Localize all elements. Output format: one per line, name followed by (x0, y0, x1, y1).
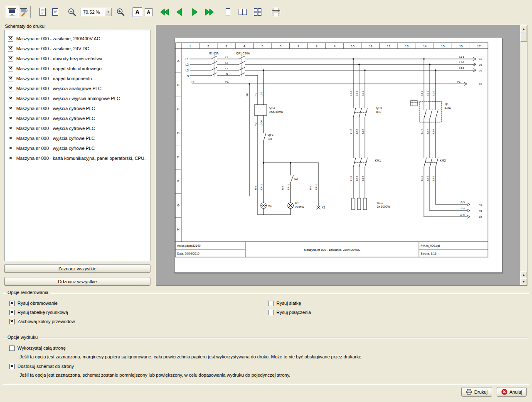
checkbox[interactable] (8, 156, 13, 161)
svg-text:L3-1: L3-1 (260, 92, 263, 96)
svg-text:QF1 C20A: QF1 C20A (236, 52, 250, 55)
option-row[interactable]: Dostosuj schemat do strony (9, 362, 520, 371)
checkbox[interactable] (8, 56, 13, 61)
scroll-thumb[interactable] (520, 32, 527, 42)
zoom-level-select[interactable]: 70.52 % ▼ (81, 8, 112, 16)
zoom-out-button[interactable] (66, 6, 78, 18)
svg-text:L2-5: L2-5 (426, 176, 429, 181)
checkbox-label: Zachowaj kolory przewodów (17, 319, 75, 324)
preview-scrollbar[interactable]: ▲ ▲ ▼ (520, 25, 527, 285)
checkbox[interactable] (8, 106, 13, 111)
print-toolbar-button[interactable] (270, 6, 282, 18)
cancel-button-label: Anuluj (510, 390, 522, 395)
four-page-view-button[interactable] (251, 6, 264, 18)
print-button[interactable]: Drukuj (461, 387, 492, 397)
zoom-in-button[interactable] (114, 6, 127, 18)
page-setup-button[interactable] (37, 6, 49, 18)
fit-width-button[interactable]: A (145, 8, 153, 16)
first-page-icon (159, 7, 170, 17)
checkbox[interactable] (8, 126, 13, 131)
schematic-drawing: 1234567891011121314151617 ABCDEFGH (175, 38, 503, 273)
print-options-button[interactable] (18, 6, 31, 18)
schematic-list-item[interactable]: Maszyna nr 000 - zasilanie, 24V DC (5, 44, 150, 54)
schematic-list-item[interactable]: Maszyna nr 000 - wejścia / wyjścia analo… (5, 93, 150, 103)
option-row[interactable]: Wykorzystaj całą stronę (9, 343, 520, 353)
render-options-groupline (3, 293, 529, 294)
checkbox[interactable] (268, 310, 273, 315)
option-row[interactable]: Rysuj obramowanie (9, 299, 75, 308)
scroll-up-button[interactable]: ▲ (520, 25, 527, 32)
svg-text:L2-5: L2-5 (460, 207, 465, 210)
svg-text:C: C (177, 107, 180, 111)
option-row[interactable]: Rysuj połączenia (268, 308, 311, 317)
last-page-button[interactable] (203, 6, 216, 18)
checkbox[interactable] (8, 76, 13, 81)
first-page-button[interactable] (158, 6, 171, 18)
checkbox-label: Maszyna nr 000 - karta komunikacyjna, pa… (16, 156, 145, 161)
deselect-all-button[interactable]: Odznacz wszystkie (4, 277, 150, 286)
schematic-list-item[interactable]: Maszyna nr 000 - obwody bezpieczeństwa. (5, 54, 150, 64)
checkbox[interactable] (8, 96, 13, 101)
svg-text:4-6A: 4-6A (445, 107, 451, 110)
checkbox[interactable] (9, 346, 15, 351)
display-preview-button[interactable] (6, 6, 18, 18)
checkbox[interactable] (268, 301, 273, 306)
checkbox[interactable] (9, 301, 15, 306)
schematic-list-item[interactable]: Maszyna nr 000 - wejścia cyfrowe PLC (5, 103, 150, 113)
schematic-list-item[interactable]: Maszyna nr 000 - zasilanie, 230/400V AC (5, 34, 150, 44)
checkbox[interactable] (9, 319, 15, 324)
checkbox-label: Rysuj obramowanie (17, 301, 58, 306)
schematic-list-item[interactable]: Maszyna nr 000 - wyjścia cyfrowe PLC (5, 143, 150, 153)
fit-page-button[interactable]: A (133, 7, 142, 17)
previous-page-button[interactable] (173, 6, 186, 18)
schematic-list-item[interactable]: Maszyna nr 000 - karta komunikacyjna, pa… (5, 153, 150, 163)
checkbox[interactable] (9, 310, 15, 315)
one-page-view-button[interactable] (222, 6, 234, 18)
cancel-button[interactable]: Anuluj (497, 387, 527, 397)
page-preview-button[interactable] (49, 6, 62, 18)
svg-text:L2-4: L2-4 (426, 129, 429, 134)
checkbox[interactable] (8, 86, 13, 91)
svg-text:PE: PE (246, 93, 249, 96)
next-page-icon (190, 7, 200, 17)
select-all-button[interactable]: Zaznacz wszystkie (4, 264, 150, 273)
checkbox[interactable] (9, 364, 15, 369)
svg-text:L2: L2 (185, 63, 189, 66)
schematic-list-item[interactable]: Maszyna nr 000 - wejścia cyfrowe PLC (5, 123, 150, 133)
svg-text:1: 1 (190, 44, 191, 48)
svg-text:L1-1: L1-1 (362, 91, 364, 96)
schematic-list-item[interactable]: Maszyna nr 000 - napęd stołu obrotowego. (5, 64, 150, 74)
combo-dropdown-button[interactable]: ▼ (105, 8, 111, 16)
two-page-view-button[interactable] (236, 6, 249, 18)
svg-text:L3-1: L3-1 (421, 91, 423, 96)
checkbox[interactable] (8, 66, 13, 71)
svg-text:L3-11: L3-11 (287, 184, 290, 190)
option-row[interactable]: Zachowaj kolory przewodów (9, 317, 75, 326)
schematics-list[interactable]: Maszyna nr 000 - zasilanie, 230/400V ACM… (4, 30, 150, 261)
schematic-list-item[interactable]: Maszyna nr 000 - wyjścia cyfrowe PLC (5, 133, 150, 143)
checkbox-label: Maszyna nr 000 - wyjścia cyfrowe PLC (16, 136, 95, 141)
svg-text:N-3: N-3 (309, 186, 312, 190)
schematic-list-item[interactable]: Maszyna nr 000 - wejścia cyfrowe PLC (5, 113, 150, 123)
printer-icon (466, 389, 472, 395)
titleblock-title: Maszyna nr 000 - zasilanie, 230/400VAC (304, 248, 360, 252)
schematic-list-item[interactable]: Maszyna nr 000 - napęd komponentu (5, 74, 150, 83)
checkbox[interactable] (8, 146, 13, 151)
svg-text:L1-1: L1-1 (459, 56, 465, 58)
checkbox[interactable] (8, 136, 13, 141)
option-row[interactable]: Rysuj tabelkę rysunkową (9, 308, 75, 317)
svg-text:QF4: QF4 (376, 106, 382, 110)
checkbox[interactable] (8, 46, 13, 51)
svg-text:6: 6 (280, 44, 281, 48)
checkbox[interactable] (8, 116, 13, 121)
checkbox-label: Maszyna nr 000 - napęd komponentu (16, 76, 92, 81)
next-page-button[interactable] (188, 6, 201, 18)
schematic-list-item[interactable]: Maszyna nr 000 - wejścia analogowe PLC (5, 83, 150, 93)
print-options-groupline (3, 338, 529, 338)
svg-text:S2: S2 (294, 177, 298, 180)
checkbox[interactable] (8, 36, 13, 42)
option-row[interactable]: Rysuj siatkę (268, 299, 311, 308)
scroll-down-button[interactable]: ▼ (520, 278, 527, 285)
scroll-up-button-bottom[interactable]: ▲ (520, 271, 527, 278)
last-page-icon (204, 7, 215, 17)
